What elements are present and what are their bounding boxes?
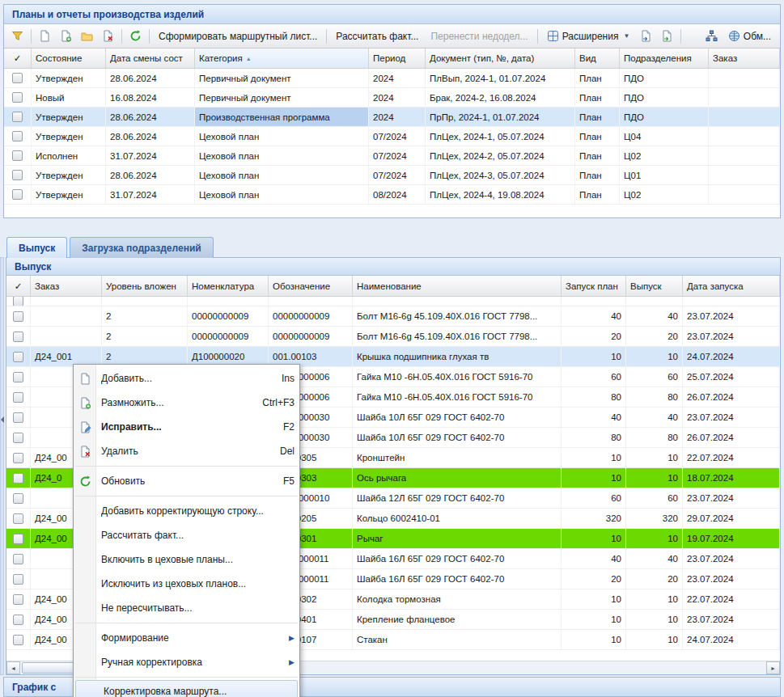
column-header-state[interactable]: Состояние bbox=[32, 49, 106, 68]
row-checkbox[interactable] bbox=[13, 352, 23, 362]
cell-name: Стакан bbox=[353, 630, 562, 649]
form-route-sheet-button[interactable]: Сформировать маршрутный лист... bbox=[153, 27, 323, 46]
table-row[interactable]: 20000000000900000000009Болт М16-6g 45.10… bbox=[6, 327, 780, 347]
table-row[interactable]: Утвержден31.07.2024Цеховой план08/2024Пл… bbox=[4, 185, 780, 205]
column-header-plan[interactable]: Запуск план bbox=[562, 276, 626, 296]
column-header-doc[interactable]: Документ (тип, №, дата) bbox=[426, 49, 575, 68]
import-button[interactable] bbox=[636, 27, 656, 46]
context-menu-item[interactable]: Добавить...Ins bbox=[74, 366, 299, 391]
context-menu-item[interactable]: Добавить корректирующую строку... bbox=[74, 499, 299, 523]
column-header-order[interactable]: Заказ bbox=[31, 276, 102, 296]
row-checkbox[interactable] bbox=[13, 493, 23, 504]
plans-panel-title: Планы и отчеты производства изделий bbox=[12, 9, 204, 20]
row-checkbox[interactable] bbox=[12, 112, 23, 122]
cell-out: 80 bbox=[626, 387, 683, 407]
add-document-button[interactable] bbox=[35, 27, 55, 46]
context-menu-item[interactable]: УдалитьDel bbox=[74, 439, 299, 463]
context-menu-item[interactable]: ОбновитьF5 bbox=[74, 469, 299, 493]
open-document-button[interactable] bbox=[77, 27, 97, 46]
context-menu-item[interactable]: Рассчитать факт... bbox=[74, 523, 299, 547]
column-header-period[interactable]: Период bbox=[369, 49, 426, 68]
context-menu-item[interactable]: Не пересчитывать... bbox=[74, 596, 299, 620]
table-row[interactable]: Исполнен31.07.2024Цеховой план07/2024ПлЦ… bbox=[4, 146, 780, 166]
filter-button[interactable] bbox=[7, 27, 28, 46]
column-header-desig[interactable]: Обозначение bbox=[269, 276, 353, 296]
cell-order bbox=[709, 127, 780, 146]
column-header-nomen[interactable]: Номенклатура bbox=[188, 276, 269, 296]
column-header-name[interactable]: Наименование bbox=[353, 276, 562, 296]
cell-category: Производственная программа bbox=[195, 108, 369, 126]
row-checkbox[interactable] bbox=[13, 594, 23, 605]
context-menu-item[interactable]: Ручная корректировка▶ bbox=[74, 650, 299, 674]
row-checkbox[interactable] bbox=[13, 534, 23, 544]
tab-zagruzka-podrazdelenij[interactable]: Загрузка подразделений bbox=[70, 237, 213, 258]
cell-plan: 10 bbox=[562, 589, 626, 609]
column-header-label: Уровень вложен bbox=[106, 281, 176, 291]
row-checkbox[interactable] bbox=[13, 635, 23, 645]
calc-fact-button[interactable]: Рассчитать факт... bbox=[330, 27, 424, 46]
column-header-category[interactable]: Категория▲ bbox=[195, 49, 369, 68]
extensions-button[interactable]: Расширения ▼ bbox=[541, 27, 636, 46]
column-header-level[interactable]: Уровень вложен bbox=[102, 276, 188, 296]
row-checkbox[interactable] bbox=[13, 554, 23, 564]
row-checkbox[interactable] bbox=[12, 170, 23, 180]
row-checkbox[interactable] bbox=[12, 131, 23, 142]
table-row[interactable]: Утвержден28.06.2024Производственная прог… bbox=[4, 108, 780, 127]
panel-collapse-handle[interactable] bbox=[0, 257, 4, 675]
row-checkbox[interactable] bbox=[12, 73, 23, 83]
column-header-check[interactable]: ✓ bbox=[6, 276, 31, 296]
column-header-date[interactable]: Дата запуска bbox=[683, 276, 780, 296]
row-checkbox[interactable] bbox=[13, 372, 23, 382]
table-row[interactable]: Утвержден28.06.2024Цеховой план07/2024Пл… bbox=[4, 127, 780, 146]
cell-plan: 60 bbox=[562, 367, 626, 387]
refresh-button[interactable] bbox=[125, 27, 146, 46]
column-header-order[interactable]: Заказ bbox=[709, 49, 780, 68]
export-button[interactable] bbox=[657, 27, 677, 46]
column-header-date[interactable]: Дата смены сост bbox=[106, 49, 195, 68]
copy-document-button[interactable] bbox=[56, 27, 76, 46]
delete-document-button[interactable] bbox=[98, 27, 118, 46]
table-row[interactable] bbox=[6, 297, 780, 306]
exchange-button[interactable]: Обм... bbox=[723, 27, 777, 46]
context-menu-item[interactable]: Исключить из цеховых планов... bbox=[74, 572, 299, 596]
row-checkbox[interactable] bbox=[13, 615, 23, 625]
tab-vypusk[interactable]: Выпуск bbox=[6, 237, 67, 258]
row-checkbox[interactable] bbox=[13, 473, 23, 484]
row-checkbox[interactable] bbox=[13, 311, 23, 322]
row-checkbox[interactable] bbox=[13, 433, 23, 443]
context-menu-item[interactable]: Включить в цеховые планы... bbox=[74, 547, 299, 572]
table-row[interactable]: Утвержден28.06.2024Первичный документ202… bbox=[4, 69, 780, 88]
cell-out: 10 bbox=[626, 347, 683, 366]
row-checkbox[interactable] bbox=[13, 513, 23, 524]
scroll-right-button[interactable]: ► bbox=[766, 661, 780, 674]
table-row[interactable]: Утвержден28.06.2024Цеховой план07/2024Пл… bbox=[4, 166, 780, 185]
cell-dept: Ц01 bbox=[620, 166, 709, 184]
cell-check bbox=[4, 185, 32, 204]
cell-period: 07/2024 bbox=[369, 166, 426, 184]
cell-dept: ПДО bbox=[620, 69, 709, 87]
table-row[interactable]: Новый16.08.2024Первичный документ2024Бра… bbox=[4, 88, 780, 108]
context-menu-item[interactable]: Корректировка маршрута... bbox=[75, 680, 298, 697]
row-checkbox[interactable] bbox=[13, 574, 23, 585]
row-checkbox[interactable] bbox=[13, 392, 23, 403]
context-menu-item[interactable]: Формирование▶ bbox=[74, 626, 299, 650]
row-checkbox[interactable] bbox=[12, 150, 23, 161]
row-checkbox[interactable] bbox=[13, 297, 23, 306]
row-checkbox[interactable] bbox=[13, 412, 23, 423]
cell-period: 07/2024 bbox=[369, 127, 426, 146]
column-header-dept[interactable]: Подразделения bbox=[620, 49, 709, 68]
column-header-out[interactable]: Выпуск bbox=[626, 276, 683, 296]
hierarchy-button[interactable] bbox=[701, 27, 722, 46]
context-menu-item[interactable]: Размножить...Ctrl+F3 bbox=[74, 391, 299, 415]
row-checkbox[interactable] bbox=[12, 92, 23, 103]
row-checkbox[interactable] bbox=[12, 189, 23, 200]
row-checkbox[interactable] bbox=[13, 453, 23, 463]
table-row[interactable]: 20000000000900000000009Болт М16-6g 45.10… bbox=[6, 306, 780, 327]
context-menu-item[interactable]: Исправить...F2 bbox=[74, 415, 299, 439]
column-header-check[interactable]: ✓ bbox=[4, 49, 32, 68]
menu-separator bbox=[75, 466, 298, 467]
cell-plan: 10 bbox=[562, 529, 626, 548]
scroll-left-button[interactable]: ◄ bbox=[6, 661, 20, 674]
row-checkbox[interactable] bbox=[13, 332, 23, 342]
column-header-kind[interactable]: Вид bbox=[575, 49, 620, 68]
